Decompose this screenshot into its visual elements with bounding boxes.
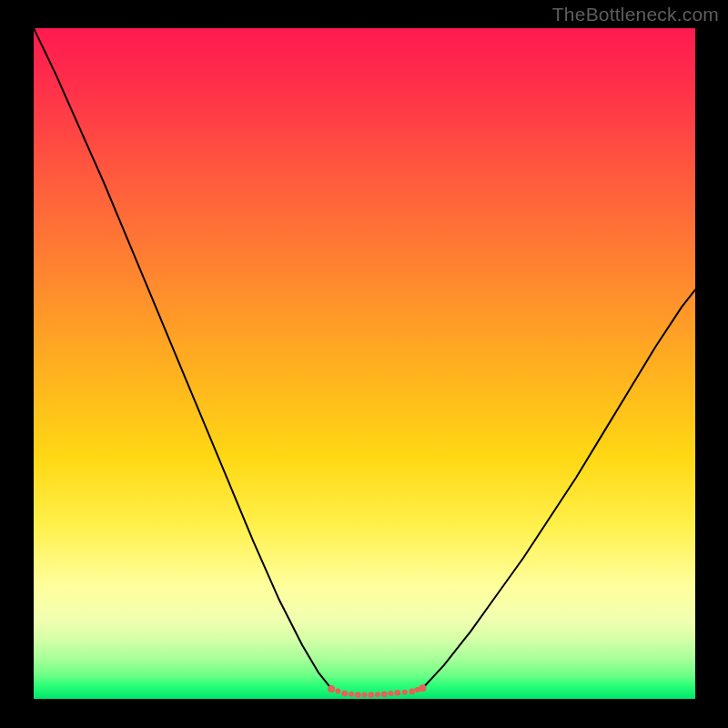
chart-svg xyxy=(34,28,695,699)
valley-dot xyxy=(355,692,361,698)
endpoint-marker xyxy=(419,684,426,692)
curve-layer xyxy=(34,28,695,698)
curve-right-ascent xyxy=(422,289,695,688)
curve-left-descent xyxy=(34,28,331,689)
plot-area xyxy=(34,28,695,699)
valley-dot xyxy=(409,688,415,694)
valley-dot xyxy=(368,692,374,698)
valley-dot xyxy=(394,690,400,696)
valley-dot xyxy=(389,691,394,696)
chart-frame: TheBottleneck.com xyxy=(0,0,728,728)
valley-dot xyxy=(402,690,408,695)
valley-dot xyxy=(341,691,348,697)
valley-dot xyxy=(375,692,380,697)
valley-dot xyxy=(349,692,354,697)
valley-dot xyxy=(381,691,388,697)
valley-dot xyxy=(335,689,340,694)
valley-dot xyxy=(362,693,368,698)
watermark-text: TheBottleneck.com xyxy=(552,4,719,25)
endpoint-marker xyxy=(328,685,335,693)
